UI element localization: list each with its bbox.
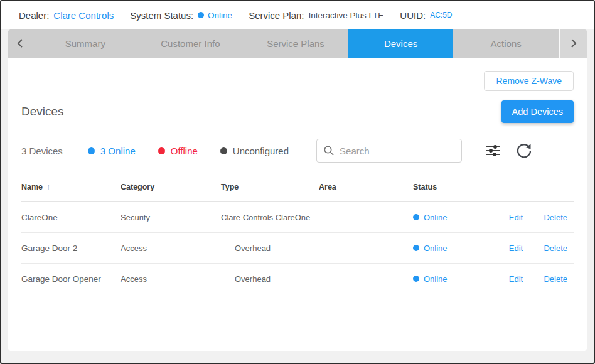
tabs-container: Summary Customer Info Service Plans Devi… — [33, 29, 559, 58]
cell-type: Overhead — [221, 274, 319, 284]
dealer-label: Dealer: — [19, 10, 49, 21]
cell-type: Clare Controls ClareOne — [221, 213, 319, 222]
app-window: Dealer: Clare Controls System Status: On… — [0, 0, 595, 364]
tabs-scroll-right-button[interactable] — [559, 29, 587, 58]
dealer-link[interactable]: Clare Controls — [53, 10, 114, 21]
page-title: Devices — [21, 105, 64, 119]
system-status-value: Online — [208, 11, 232, 20]
devices-table: Name↑ Category Type Area Status ClareOne… — [21, 182, 574, 294]
online-dot-icon — [413, 214, 419, 220]
filter-offline[interactable]: Offline — [158, 146, 198, 156]
add-devices-button[interactable]: Add Devices — [501, 100, 574, 123]
cell-category: Access — [121, 244, 221, 253]
column-header-area[interactable]: Area — [319, 183, 413, 191]
search-input[interactable] — [340, 146, 440, 156]
filter-settings-button[interactable] — [485, 143, 501, 158]
cell-category: Access — [121, 274, 221, 284]
edit-link[interactable]: Edit — [509, 244, 523, 253]
tab-summary[interactable]: Summary — [33, 29, 138, 58]
column-header-name[interactable]: Name↑ — [21, 182, 121, 191]
system-status-group: System Status: Online — [130, 10, 232, 21]
filter-online[interactable]: 3 Online — [88, 146, 136, 156]
service-plan-label: Service Plan: — [249, 10, 304, 21]
cell-status: Online — [413, 244, 495, 253]
column-header-type[interactable]: Type — [221, 183, 319, 191]
tab-devices[interactable]: Devices — [348, 29, 454, 58]
tune-icon — [485, 143, 501, 158]
top-status-bar: Dealer: Clare Controls System Status: On… — [1, 1, 594, 29]
cell-category: Security — [121, 213, 221, 222]
filter-online-label: 3 Online — [100, 146, 136, 156]
search-icon — [323, 145, 335, 156]
table-header-row: Name↑ Category Type Area Status — [21, 182, 574, 202]
online-status-dot-icon — [198, 12, 204, 18]
tab-customer-info[interactable]: Customer Info — [138, 29, 244, 58]
heading-row: Devices Add Devices — [21, 100, 574, 123]
uuid-group: UUID: AC:5D — [400, 10, 452, 21]
search-box[interactable] — [316, 139, 462, 163]
edit-link[interactable]: Edit — [509, 274, 523, 284]
cell-name: Garage Door Opener — [21, 274, 121, 284]
refresh-button[interactable] — [516, 142, 532, 159]
tabs-scroll-left-button[interactable] — [8, 29, 33, 58]
devices-count: 3 Devices — [21, 146, 63, 156]
system-status-label: System Status: — [130, 10, 193, 21]
cell-status: Online — [413, 274, 495, 284]
tab-service-plans[interactable]: Service Plans — [243, 29, 348, 58]
dealer-group: Dealer: Clare Controls — [19, 10, 114, 21]
chevron-right-icon — [571, 38, 577, 48]
cell-status: Online — [413, 213, 495, 222]
delete-link[interactable]: Delete — [544, 244, 567, 253]
tab-strip: Summary Customer Info Service Plans Devi… — [8, 29, 587, 58]
chevron-left-icon — [17, 38, 23, 48]
online-dot-icon — [413, 245, 419, 251]
service-plan-value: Interactive Plus LTE — [309, 11, 384, 20]
refresh-icon — [516, 142, 532, 159]
sort-ascending-icon: ↑ — [46, 182, 51, 191]
service-plan-group: Service Plan: Interactive Plus LTE — [249, 10, 383, 21]
filter-row: 3 Devices 3 Online Offline Unconfigured — [21, 138, 574, 163]
uuid-label: UUID: — [400, 10, 426, 21]
cell-name: ClareOne — [21, 213, 121, 222]
column-header-category[interactable]: Category — [121, 183, 221, 191]
uuid-value: AC:5D — [430, 11, 452, 19]
filter-offline-label: Offline — [171, 146, 198, 156]
edit-link[interactable]: Edit — [509, 213, 523, 222]
devices-panel: Remove Z-Wave Devices Add Devices 3 Devi… — [8, 58, 587, 351]
table-row: ClareOne Security Clare Controls ClareOn… — [21, 202, 574, 233]
unconfigured-dot-icon — [220, 147, 227, 154]
filter-unconfigured[interactable]: Unconfigured — [220, 146, 289, 156]
delete-link[interactable]: Delete — [544, 274, 567, 284]
table-row: Garage Door 2 Access Overhead Online Edi… — [21, 233, 574, 264]
filter-unconfigured-label: Unconfigured — [233, 146, 289, 156]
offline-dot-icon — [158, 147, 165, 154]
column-header-status[interactable]: Status — [413, 183, 495, 191]
table-row: Garage Door Opener Access Overhead Onlin… — [21, 264, 574, 294]
remove-zwave-button[interactable]: Remove Z-Wave — [484, 71, 574, 91]
online-dot-icon — [413, 276, 419, 282]
delete-link[interactable]: Delete — [544, 213, 567, 222]
cell-type: Overhead — [221, 244, 319, 253]
remove-zwave-row: Remove Z-Wave — [21, 58, 574, 91]
online-dot-icon — [88, 147, 95, 154]
cell-name: Garage Door 2 — [21, 244, 121, 253]
tab-actions[interactable]: Actions — [453, 29, 559, 58]
